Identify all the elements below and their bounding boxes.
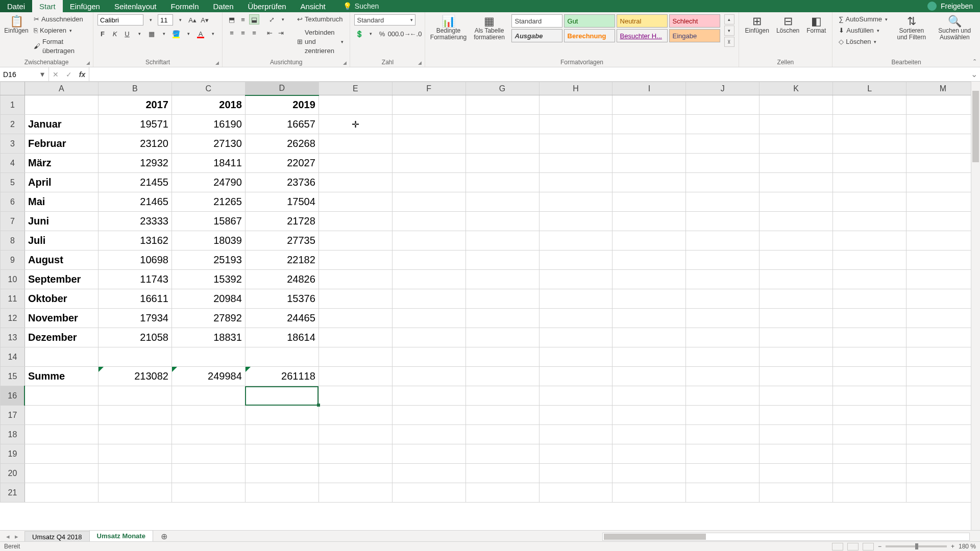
cell-F4[interactable] (392, 154, 465, 173)
cell-F14[interactable] (392, 347, 465, 367)
column-header-C[interactable]: C (172, 82, 245, 95)
cell-C6[interactable]: 21265 (172, 192, 245, 212)
cell-F19[interactable] (392, 444, 465, 464)
cell-A20[interactable] (24, 464, 98, 483)
cell-G6[interactable] (465, 192, 539, 212)
cell-J14[interactable] (686, 347, 760, 367)
column-header-D[interactable]: D (245, 82, 318, 95)
style-berechnung[interactable]: Berechnung (564, 29, 615, 42)
cell-B12[interactable]: 17934 (98, 309, 172, 328)
cell-J16[interactable] (686, 386, 760, 406)
cell-J6[interactable] (686, 192, 760, 212)
cell-J8[interactable] (686, 231, 760, 251)
cell-M18[interactable] (906, 425, 980, 444)
cell-I5[interactable] (612, 173, 686, 192)
select-all-corner[interactable] (1, 82, 25, 95)
cell-E1[interactable] (318, 95, 392, 115)
cell-C14[interactable] (172, 347, 245, 367)
row-header-5[interactable]: 5 (1, 173, 25, 192)
tell-me-search[interactable]: 💡 Suchen (343, 2, 379, 10)
cell-J1[interactable] (686, 95, 760, 115)
cell-K2[interactable] (760, 115, 833, 134)
cell-C17[interactable] (172, 406, 245, 425)
row-header-9[interactable]: 9 (1, 251, 25, 270)
cell-H19[interactable] (539, 444, 612, 464)
normal-view-icon[interactable] (832, 543, 843, 550)
cell-J5[interactable] (686, 173, 760, 192)
column-header-I[interactable]: I (612, 82, 686, 95)
style-neutral[interactable]: Neutral (617, 14, 668, 28)
row-header-8[interactable]: 8 (1, 231, 25, 251)
share-button[interactable]: Freigeben (941, 2, 973, 10)
column-header-G[interactable]: G (465, 82, 539, 95)
cell-M14[interactable] (906, 347, 980, 367)
cancel-formula-icon[interactable]: ✕ (49, 70, 62, 79)
cell-K10[interactable] (760, 270, 833, 289)
cell-I12[interactable] (612, 309, 686, 328)
chevron-down-icon[interactable]: ▾ (175, 15, 185, 25)
cell-L5[interactable] (833, 173, 906, 192)
cell-M16[interactable] (906, 386, 980, 406)
cell-A19[interactable] (24, 444, 98, 464)
spreadsheet-grid[interactable]: ABCDEFGHIJKLM12017201820192Januar1957116… (0, 82, 980, 534)
cell-D13[interactable]: 18614 (245, 328, 318, 347)
column-header-M[interactable]: M (906, 82, 980, 95)
cell-H5[interactable] (539, 173, 612, 192)
cell-E11[interactable] (318, 289, 392, 309)
scrollbar-thumb[interactable] (604, 534, 706, 540)
cell-A18[interactable] (24, 425, 98, 444)
cell-H13[interactable] (539, 328, 612, 347)
enter-formula-icon[interactable]: ✓ (62, 70, 76, 79)
cell-M13[interactable] (906, 328, 980, 347)
delete-cells-button[interactable]: ⊟Löschen (774, 14, 801, 35)
row-header-19[interactable]: 19 (1, 444, 25, 464)
cell-J15[interactable] (686, 367, 760, 386)
cell-B14[interactable] (98, 347, 172, 367)
cell-G21[interactable] (465, 483, 539, 503)
chevron-down-icon[interactable]: ▾ (134, 29, 144, 39)
cell-C5[interactable]: 24790 (172, 173, 245, 192)
row-header-12[interactable]: 12 (1, 309, 25, 328)
sheet-nav-first-icon[interactable]: ◂ (4, 533, 12, 540)
cell-E15[interactable] (318, 367, 392, 386)
cell-L15[interactable] (833, 367, 906, 386)
cell-L20[interactable] (833, 464, 906, 483)
cell-K20[interactable] (760, 464, 833, 483)
column-header-H[interactable]: H (539, 82, 612, 95)
cell-A2[interactable]: Januar (24, 115, 98, 134)
row-header-16[interactable]: 16 (1, 386, 25, 406)
cell-A14[interactable] (24, 347, 98, 367)
sheet-nav-last-icon[interactable]: ▸ (13, 533, 20, 540)
cell-M21[interactable] (906, 483, 980, 503)
cell-M3[interactable] (906, 134, 980, 154)
cell-B8[interactable]: 13162 (98, 231, 172, 251)
row-header-20[interactable]: 20 (1, 464, 25, 483)
wrap-text-button[interactable]: ↩Textumbruch (295, 14, 346, 24)
cell-B15[interactable]: 213082 (98, 367, 172, 386)
cell-K15[interactable] (760, 367, 833, 386)
cell-E16[interactable] (318, 386, 392, 406)
cell-F1[interactable] (392, 95, 465, 115)
cell-M12[interactable] (906, 309, 980, 328)
cell-B7[interactable]: 23333 (98, 212, 172, 231)
cell-B4[interactable]: 12932 (98, 154, 172, 173)
cell-F20[interactable] (392, 464, 465, 483)
cell-D5[interactable]: 23736 (245, 173, 318, 192)
cell-G5[interactable] (465, 173, 539, 192)
cell-I21[interactable] (612, 483, 686, 503)
cell-L8[interactable] (833, 231, 906, 251)
user-avatar-icon[interactable] (927, 2, 937, 11)
cell-F15[interactable] (392, 367, 465, 386)
increase-indent-icon[interactable]: ⇥ (276, 28, 286, 38)
align-right-icon[interactable]: ≡ (249, 28, 259, 38)
add-sheet-button[interactable]: ⊕ (158, 532, 171, 541)
cell-I2[interactable] (612, 115, 686, 134)
cell-K4[interactable] (760, 154, 833, 173)
cell-C18[interactable] (172, 425, 245, 444)
cell-K14[interactable] (760, 347, 833, 367)
cell-M20[interactable] (906, 464, 980, 483)
cell-I18[interactable] (612, 425, 686, 444)
cell-A21[interactable] (24, 483, 98, 503)
cell-I8[interactable] (612, 231, 686, 251)
cell-E10[interactable] (318, 270, 392, 289)
